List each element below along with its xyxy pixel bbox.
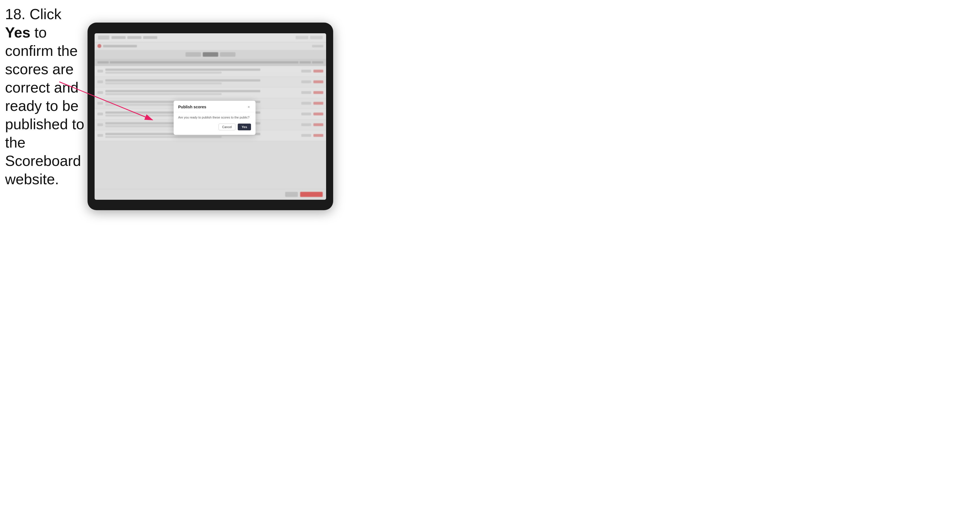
yes-emphasis: Yes [5, 24, 30, 41]
instruction-text: 18. Click Yes to confirm the scores are … [5, 5, 87, 189]
instruction-prefix: Click [30, 6, 62, 22]
modal-close-button[interactable]: × [247, 105, 251, 109]
tablet-screen: Publish scores × Are you ready to publis… [95, 33, 326, 200]
modal-header: Publish scores × [173, 101, 256, 112]
step-number: 18. [5, 6, 25, 22]
modal-title: Publish scores [178, 105, 207, 109]
modal-overlay: Publish scores × Are you ready to publis… [95, 33, 326, 200]
modal-actions: Cancel Yes [178, 124, 251, 130]
instruction-suffix: to confirm the scores are correct and re… [5, 24, 84, 187]
publish-scores-dialog: Publish scores × Are you ready to publis… [173, 101, 256, 135]
modal-body: Are you ready to publish these scores to… [173, 112, 256, 135]
modal-message: Are you ready to publish these scores to… [178, 116, 251, 119]
yes-button[interactable]: Yes [238, 124, 251, 130]
cancel-button[interactable]: Cancel [218, 124, 235, 130]
tablet-device: Publish scores × Are you ready to publis… [88, 22, 333, 210]
